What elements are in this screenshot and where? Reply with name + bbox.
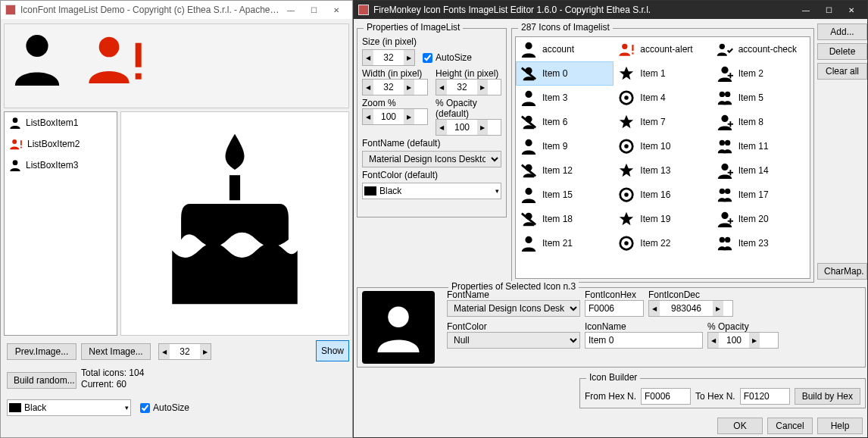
icon-label: Item 21 xyxy=(542,238,573,249)
svg-marker-16 xyxy=(620,67,633,80)
sel-fontcolor-select[interactable]: Null xyxy=(447,332,580,349)
glyph-icon xyxy=(520,40,538,58)
sel-dec-spinner[interactable]: ◀▶ xyxy=(648,300,733,317)
icon-cell[interactable]: Item 20 xyxy=(712,207,810,231)
svg-point-40 xyxy=(525,188,532,195)
icon-cell[interactable]: Item 3 xyxy=(516,86,614,110)
icon-grid[interactable]: accountaccount-alertaccount-checkItem 0I… xyxy=(515,36,810,279)
icon-cell[interactable]: Item 11 xyxy=(712,134,810,158)
icon-cell[interactable]: Item 2 xyxy=(712,61,810,86)
spin-down-icon[interactable]: ◀ xyxy=(159,344,170,359)
minimize-button[interactable]: — xyxy=(795,1,817,19)
opacity-spinner[interactable]: ◀▶ xyxy=(436,119,501,136)
autosize-checkbox[interactable]: AutoSize xyxy=(423,52,472,63)
help-button[interactable]: Help xyxy=(817,418,863,434)
icons-group: 287 Icons of Imagelist accountaccount-al… xyxy=(511,28,814,283)
icon-cell[interactable]: Item 9 xyxy=(516,134,614,158)
icon-cell[interactable]: account-check xyxy=(712,37,810,61)
sel-hex-input[interactable] xyxy=(585,300,644,317)
glyph-icon xyxy=(617,161,635,180)
icon-label: Item 23 xyxy=(738,238,769,249)
glyph-icon xyxy=(716,137,734,155)
sel-iconname-input[interactable] xyxy=(585,332,703,349)
icon-cell[interactable]: Item 18 xyxy=(516,207,614,231)
icon-cell[interactable]: Item 8 xyxy=(712,110,810,134)
icon-cell[interactable]: Item 4 xyxy=(614,86,711,110)
close-button[interactable]: ✕ xyxy=(325,1,348,19)
icon-cell[interactable]: Item 19 xyxy=(614,207,711,231)
next-image-button[interactable]: Next Image... xyxy=(81,343,151,360)
icon-cell[interactable]: Item 7 xyxy=(614,110,711,134)
sel-fontname-select[interactable]: Material Design Icons Desk xyxy=(447,300,580,317)
icon-cell[interactable]: Item 17 xyxy=(712,183,810,207)
svg-rect-9 xyxy=(229,175,240,200)
width-spinner[interactable]: ◀▶ xyxy=(362,79,428,95)
listbox[interactable]: ListBoxItem1 ListBoxItem2 ListBoxItem3 xyxy=(4,111,117,336)
list-item[interactable]: ListBoxItem2 xyxy=(5,133,117,155)
spin-up-icon[interactable]: ▶ xyxy=(200,344,211,359)
size-spinner[interactable]: ◀ ▶ xyxy=(158,343,211,360)
ok-button[interactable]: OK xyxy=(717,418,763,434)
maximize-button[interactable]: ☐ xyxy=(817,1,840,19)
list-item[interactable]: ListBoxItem3 xyxy=(5,155,117,176)
icon-cell[interactable]: Item 15 xyxy=(516,183,614,207)
icon-cell[interactable]: Item 16 xyxy=(614,183,711,207)
cake-icon xyxy=(144,125,326,322)
svg-point-14 xyxy=(719,44,724,49)
autosize-checkbox[interactable]: AutoSize xyxy=(140,402,189,413)
icon-cell[interactable]: account xyxy=(516,37,614,61)
sel-opacity-spinner[interactable]: ◀▶ xyxy=(707,332,779,349)
add-button[interactable]: Add... xyxy=(817,23,867,40)
delete-button[interactable]: Delete xyxy=(817,43,867,60)
icon-label: account xyxy=(542,44,574,55)
icon-cell[interactable]: Item 5 xyxy=(712,86,810,110)
svg-point-4 xyxy=(13,117,18,123)
icon-cell[interactable]: Item 21 xyxy=(516,231,614,255)
fontname-select[interactable]: Material Design Icons Desktop xyxy=(362,151,501,167)
editor-titlebar[interactable]: FireMonkey Icon Fonts ImageList Editor 1… xyxy=(354,1,867,19)
size-spinner[interactable]: ◀▶ xyxy=(362,49,415,66)
fontcolor-select[interactable]: Black ▾ xyxy=(362,183,501,199)
build-by-hex-button[interactable]: Build by Hex xyxy=(795,388,860,405)
demo-titlebar[interactable]: IconFont ImageList Demo - Copyright (c) … xyxy=(1,1,352,19)
to-hex-input[interactable] xyxy=(740,388,790,405)
minimize-button[interactable]: — xyxy=(279,1,302,19)
icon-cell[interactable]: Item 13 xyxy=(614,158,711,183)
size-value[interactable] xyxy=(170,346,200,357)
height-spinner[interactable]: ◀▶ xyxy=(436,79,501,95)
icon-cell[interactable]: Item 1 xyxy=(614,61,711,86)
clear-all-button[interactable]: Clear all xyxy=(817,63,867,80)
cancel-button[interactable]: Cancel xyxy=(767,418,813,434)
glyph-icon xyxy=(520,186,538,204)
svg-point-30 xyxy=(525,139,532,146)
icon-label: Item 8 xyxy=(738,117,763,127)
sel-fontname-label: FontName xyxy=(447,289,489,300)
show-button[interactable]: Show xyxy=(316,340,349,361)
maximize-button[interactable]: ☐ xyxy=(302,1,325,19)
width-label: Width (in pixel) xyxy=(362,68,422,79)
prev-image-button[interactable]: Prev.Image... xyxy=(7,343,76,360)
icon-cell[interactable]: Item 22 xyxy=(614,231,711,255)
selected-icon-preview xyxy=(362,291,435,364)
zoom-spinner[interactable]: ◀▶ xyxy=(362,108,428,125)
icon-cell[interactable]: Item 6 xyxy=(516,110,614,134)
svg-point-33 xyxy=(719,140,724,145)
build-random-button[interactable]: Build random... xyxy=(7,372,76,389)
icon-cell[interactable]: Item 12 xyxy=(516,158,614,183)
svg-rect-29 xyxy=(729,121,731,127)
glyph-icon xyxy=(617,234,635,252)
fontcolor-label: FontColor (default) xyxy=(362,170,501,180)
close-button[interactable]: ✕ xyxy=(840,1,863,19)
icon-cell[interactable]: account-alert xyxy=(614,37,711,61)
total-icons-label: Total icons: 104 xyxy=(81,368,144,378)
icon-cell[interactable]: Item 23 xyxy=(712,231,810,255)
account-icon xyxy=(9,159,21,171)
from-hex-input[interactable] xyxy=(641,388,691,405)
charmap-button[interactable]: CharMap. xyxy=(817,263,867,280)
icon-cell[interactable]: Item 0 xyxy=(516,61,614,86)
list-item[interactable]: ListBoxItem1 xyxy=(5,112,117,133)
svg-point-47 xyxy=(721,212,728,219)
icon-cell[interactable]: Item 14 xyxy=(712,158,810,183)
color-select[interactable]: Black ▾ xyxy=(7,399,131,416)
icon-cell[interactable]: Item 10 xyxy=(614,134,711,158)
